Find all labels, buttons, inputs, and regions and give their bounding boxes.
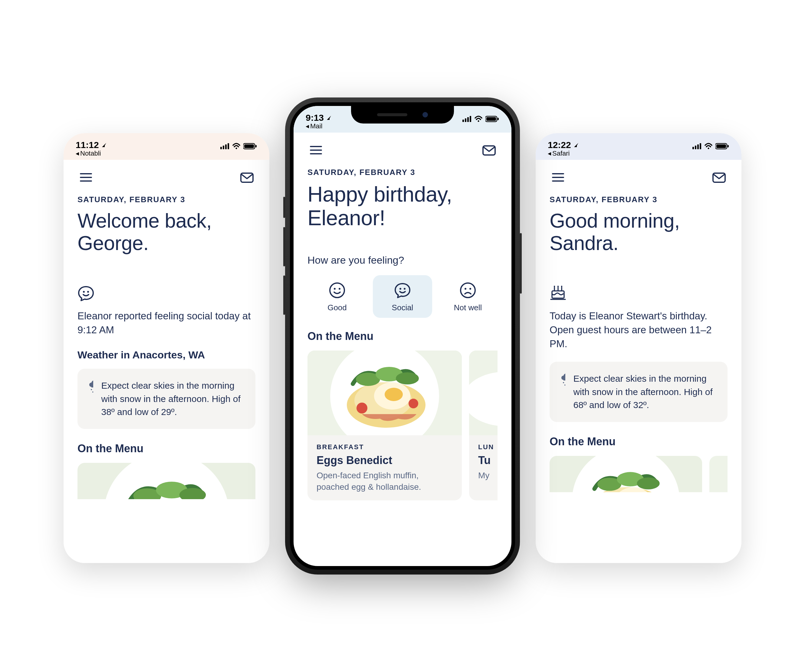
envelope-icon [482,143,496,158]
status-back-app[interactable]: ◂Mail [306,122,332,130]
menu-section-title: On the Menu [307,330,498,343]
weather-text: Expect clear skies in the morning with s… [101,379,246,419]
menu-button[interactable] [307,142,324,159]
date-label: SATURDAY, FEBRUARY 3 [307,168,498,177]
mood-question: How are you feeling? [307,254,498,266]
signal-icon [692,143,702,149]
location-arrow-icon [326,115,332,120]
greeting: Good morning, Sandra. [550,210,728,255]
frown-icon [459,282,476,299]
menu-carousel[interactable]: BREAKFAST Eggs Benedict Open-faced Engli… [307,350,498,501]
location-arrow-icon [101,142,107,148]
hamburger-icon [551,171,565,184]
battery-icon [715,143,729,150]
signal-icon [462,116,472,122]
cake-icon [550,285,728,303]
snow-icon [559,372,565,387]
battery-icon [485,116,499,122]
menu-section-title: On the Menu [77,442,255,455]
mood-label: Good [327,303,347,312]
status-back-app[interactable]: ◂Notabli [76,150,107,158]
menu-peek[interactable] [77,463,255,499]
weather-card: Expect clear skies in the morning with s… [77,369,255,429]
menu-card-breakfast[interactable]: BREAKFAST Eggs Benedict Open-faced Engli… [307,350,462,501]
status-back-app[interactable]: ◂Safari [548,150,579,158]
device-notch [351,106,454,123]
birthday-notice: Today is Eleanor Stewart's birthday. Ope… [550,285,728,351]
menu-section-title: On the Menu [550,435,728,448]
weather-title: Weather in Anacortes, WA [77,349,255,361]
smile-icon [329,282,346,299]
snow-icon [87,379,93,394]
mood-label: Not well [454,303,482,312]
menu-card-image [469,350,498,435]
status-time: 11:12 [76,140,99,150]
greeting: Happy birthday, Eleanor! [307,182,498,230]
phone-center: 9:13 ◂Mail [288,100,518,572]
mood-option-good[interactable]: Good [307,275,367,318]
status-time: 9:13 [306,113,324,123]
envelope-icon [240,170,254,185]
inbox-button[interactable] [711,169,728,186]
date-label: SATURDAY, FEBRUARY 3 [77,195,255,204]
location-arrow-icon [573,142,579,148]
wifi-icon [232,143,240,150]
feeling-report-text: Eleanor reported feeling social today at… [77,309,255,337]
hamburger-icon [79,171,93,184]
signal-icon [220,143,229,149]
status-right [220,140,257,150]
feeling-report: Eleanor reported feeling social today at… [77,285,255,337]
menu-card-image [307,350,462,435]
status-time: 12:22 [548,140,571,150]
status-bar: 12:22 ◂Safari [536,133,741,160]
menu-button[interactable] [77,169,94,186]
birthday-notice-text: Today is Eleanor Stewart's birthday. Ope… [550,309,728,351]
meal-name: Tu [478,454,498,467]
menu-button[interactable] [550,169,567,186]
chat-smile-icon [77,285,255,303]
meal-name: Eggs Benedict [317,454,453,467]
wifi-icon [475,116,482,122]
meal-tag: BREAKFAST [317,443,453,451]
wifi-icon [705,143,712,150]
header: SATURDAY, FEBRUARY 3 Happy birthday, Ele… [294,133,511,242]
status-right [462,113,499,122]
menu-peek[interactable] [550,456,728,492]
weather-text: Expect clear skies in the morning with s… [573,372,718,412]
mood-options: Good Social Not well [307,275,498,318]
screen-right: 12:22 ◂Safari [536,133,741,563]
meal-desc: My [478,470,498,481]
inbox-button[interactable] [481,142,498,159]
screen-center: 9:13 ◂Mail [294,106,511,566]
mood-label: Social [392,303,413,312]
meal-tag: LUN [478,443,498,451]
mood-option-notwell[interactable]: Not well [438,275,498,318]
weather-card: Expect clear skies in the morning with s… [550,362,728,422]
hamburger-icon [309,143,323,157]
meal-desc: Open-faced English muffin, poached egg &… [317,470,453,493]
mood-option-social[interactable]: Social [373,275,432,318]
header: SATURDAY, FEBRUARY 3 Good morning, Sandr… [536,160,741,267]
phone-left: 11:12 ◂Notabli [64,133,269,563]
screen-left: 11:12 ◂Notabli [64,133,269,563]
status-right [692,140,729,150]
date-label: SATURDAY, FEBRUARY 3 [550,195,728,204]
battery-icon [243,143,257,150]
chat-smile-icon [394,282,411,299]
header: SATURDAY, FEBRUARY 3 Welcome back, Georg… [64,160,269,267]
greeting: Welcome back, George. [77,210,255,255]
menu-card-lunch[interactable]: LUN Tu My [469,350,498,501]
status-bar: 11:12 ◂Notabli [64,133,269,160]
svg-rect-48 [710,456,728,492]
phone-right: 12:22 ◂Safari [536,133,741,563]
inbox-button[interactable] [238,169,255,186]
envelope-icon [712,170,726,185]
